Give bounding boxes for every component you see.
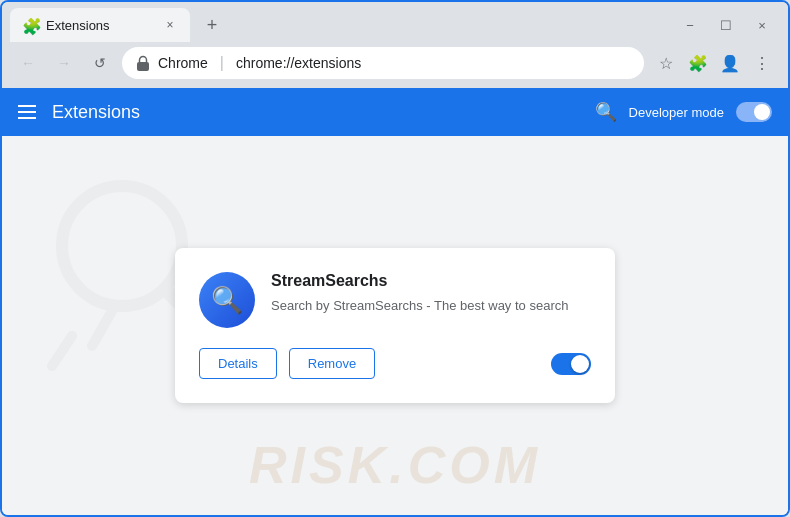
developer-mode-toggle[interactable] xyxy=(736,102,772,122)
svg-rect-0 xyxy=(137,62,149,71)
toggle-knob xyxy=(754,104,770,120)
extension-name: StreamSearchs xyxy=(271,272,591,290)
address-bar: ← → ↺ Chrome | chrome://extensions ☆ 🧩 👤… xyxy=(2,42,788,88)
bookmark-button[interactable]: ☆ xyxy=(652,49,680,77)
forward-button[interactable]: → xyxy=(50,49,78,77)
browser-tab[interactable]: 🧩 Extensions × xyxy=(10,8,190,42)
hamburger-line xyxy=(18,105,36,107)
developer-mode-label: Developer mode xyxy=(629,105,724,120)
url-text: chrome://extensions xyxy=(236,55,361,71)
extension-toggle[interactable] xyxy=(551,353,591,375)
maximize-button[interactable]: ☐ xyxy=(716,18,736,33)
hamburger-menu-button[interactable] xyxy=(18,105,36,119)
site-name-text: Chrome xyxy=(158,55,208,71)
account-button[interactable]: 👤 xyxy=(716,49,744,77)
tab-favicon-icon: 🧩 xyxy=(22,17,38,33)
reload-button[interactable]: ↺ xyxy=(86,49,114,77)
extension-search-icon: 🔍 xyxy=(211,285,243,316)
page-content: RISK.COM 🔍 StreamSearchs Search by Strea… xyxy=(2,136,788,515)
extension-toggle-knob xyxy=(571,355,589,373)
search-button[interactable]: 🔍 xyxy=(595,101,617,123)
extension-card: 🔍 StreamSearchs Search by StreamSearchs … xyxy=(175,248,615,403)
url-separator: | xyxy=(220,54,224,72)
tab-close-button[interactable]: × xyxy=(162,17,178,33)
extension-icon: 🔍 xyxy=(199,272,255,328)
browser-window: 🧩 Extensions × + − ☐ × ← → ↺ Chrome | ch… xyxy=(0,0,790,517)
tab-title: Extensions xyxy=(46,18,154,33)
watermark-text: RISK.COM xyxy=(249,435,541,495)
details-button[interactable]: Details xyxy=(199,348,277,379)
chrome-menu-button[interactable]: ⋮ xyxy=(748,49,776,77)
back-button[interactable]: ← xyxy=(14,49,42,77)
window-controls: − ☐ × xyxy=(680,18,780,33)
extensions-header: Extensions 🔍 Developer mode xyxy=(2,88,788,136)
new-tab-button[interactable]: + xyxy=(198,11,226,39)
hamburger-line xyxy=(18,117,36,119)
extension-card-header: 🔍 StreamSearchs Search by StreamSearchs … xyxy=(199,272,591,328)
title-bar: 🧩 Extensions × + − ☐ × xyxy=(2,2,788,42)
close-button[interactable]: × xyxy=(752,18,772,33)
extensions-puzzle-button[interactable]: 🧩 xyxy=(684,49,712,77)
hamburger-line xyxy=(18,111,36,113)
url-bar[interactable]: Chrome | chrome://extensions xyxy=(122,47,644,79)
extension-description: Search by StreamSearchs - The best way t… xyxy=(271,296,591,316)
toolbar-icons: ☆ 🧩 👤 ⋮ xyxy=(652,49,776,77)
remove-button[interactable]: Remove xyxy=(289,348,375,379)
page-title: Extensions xyxy=(52,102,140,123)
site-lock-icon xyxy=(136,55,150,71)
header-right-controls: 🔍 Developer mode xyxy=(595,101,772,123)
extension-card-footer: Details Remove xyxy=(199,348,591,379)
extension-info: StreamSearchs Search by StreamSearchs - … xyxy=(271,272,591,328)
minimize-button[interactable]: − xyxy=(680,18,700,33)
